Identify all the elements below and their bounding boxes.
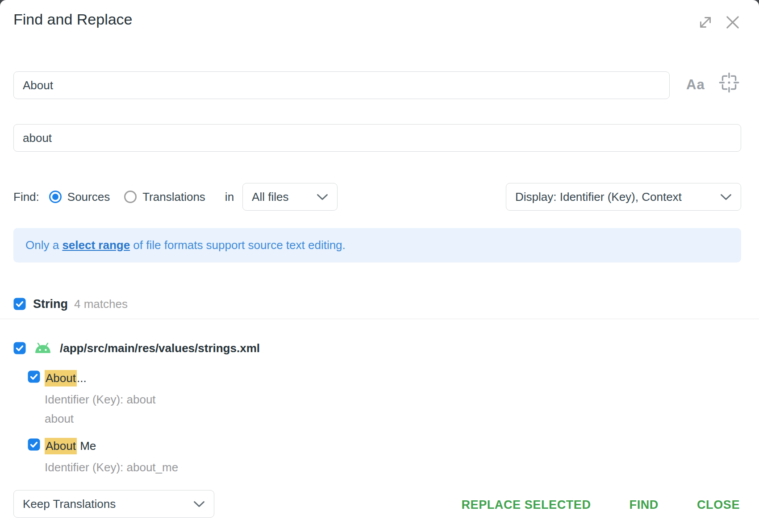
match-highlight: About — [45, 370, 77, 387]
match-case-toggle[interactable]: Aa — [686, 77, 705, 93]
find-label: Find: — [13, 190, 39, 204]
result-checkbox[interactable] — [28, 370, 40, 383]
chevron-down-icon — [720, 190, 732, 204]
match-rest: ... — [77, 371, 87, 385]
radio-translations-label[interactable]: Translations — [142, 190, 205, 204]
close-icon — [724, 26, 742, 33]
selection-frame-icon — [718, 87, 740, 95]
find-and-replace-dialog: Find and Replace Aa — [0, 0, 759, 532]
result-identifier: Identifier (Key): about_me — [45, 458, 178, 477]
file-path: /app/src/main/res/values/strings.xml — [60, 341, 260, 355]
android-icon — [34, 342, 52, 354]
search-input[interactable] — [13, 71, 670, 99]
find-button[interactable]: FIND — [630, 498, 659, 512]
result-context: about — [45, 409, 156, 428]
translations-action-select[interactable]: Keep Translations — [13, 490, 214, 518]
radio-translations[interactable] — [124, 191, 137, 203]
file-row: /app/src/main/res/values/strings.xml — [13, 340, 260, 356]
in-label: in — [225, 190, 234, 204]
expand-icon — [697, 25, 714, 32]
group-label: String — [33, 297, 68, 311]
expand-dialog-button[interactable] — [697, 14, 714, 32]
file-scope-select[interactable]: All files — [242, 183, 338, 211]
file-scope-value: All files — [252, 190, 288, 204]
match-rest: Me — [77, 439, 96, 453]
footer-actions: REPLACE SELECTED FIND CLOSE — [461, 498, 740, 512]
search-result-row: About Me Identifier (Key): about_me — [28, 438, 178, 477]
divider — [0, 319, 759, 319]
replace-input[interactable] — [13, 124, 741, 152]
select-range-link[interactable]: select range — [62, 238, 130, 252]
close-dialog-button[interactable] — [724, 13, 742, 33]
close-button[interactable]: CLOSE — [697, 498, 740, 512]
match-count: 4 matches — [74, 297, 128, 311]
result-text: About Me — [45, 438, 96, 453]
result-identifier: Identifier (Key): about — [45, 390, 156, 409]
chevron-down-icon — [193, 497, 205, 511]
string-group-row: String 4 matches — [13, 296, 128, 312]
page-title: Find and Replace — [13, 11, 133, 28]
replace-selected-button[interactable]: REPLACE SELECTED — [461, 498, 591, 512]
radio-sources[interactable] — [49, 191, 62, 203]
translations-action-value: Keep Translations — [23, 497, 116, 511]
search-result-row: About... Identifier (Key): about about — [28, 370, 156, 428]
banner-text-prefix: Only a — [25, 238, 62, 252]
display-options-select[interactable]: Display: Identifier (Key), Context — [506, 183, 741, 211]
file-checkbox[interactable] — [13, 342, 26, 354]
radio-sources-label[interactable]: Sources — [67, 190, 110, 204]
string-group-checkbox[interactable] — [13, 298, 26, 310]
result-checkbox[interactable] — [28, 438, 40, 451]
result-text: About... — [45, 370, 87, 386]
info-banner: Only a select range of file formats supp… — [13, 228, 741, 262]
match-whole-phrase-toggle[interactable] — [718, 71, 740, 96]
match-highlight: About — [45, 438, 77, 454]
display-options-value: Display: Identifier (Key), Context — [515, 190, 682, 204]
chevron-down-icon — [317, 190, 328, 204]
banner-text-suffix: of file formats support source text edit… — [130, 238, 346, 252]
find-options-row: Find: Sources Translations in All files — [13, 183, 338, 211]
